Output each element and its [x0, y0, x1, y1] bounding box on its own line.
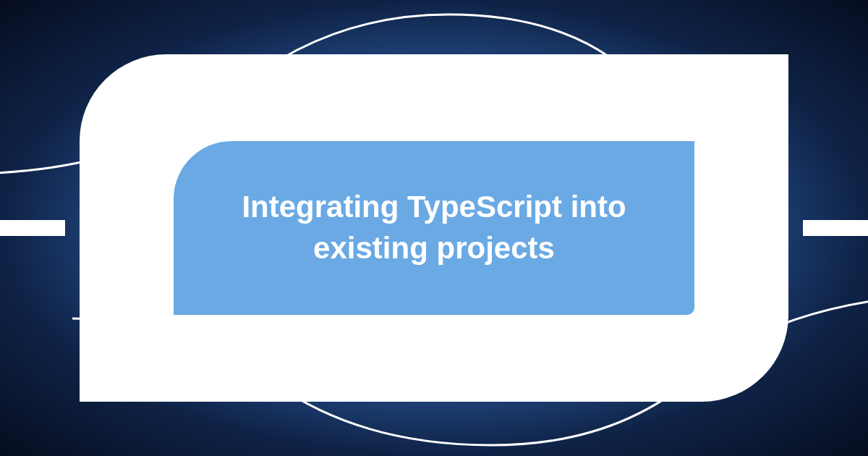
inner-card: Integrating TypeScript into existing pro… — [174, 141, 694, 315]
decorative-band-right — [803, 220, 868, 236]
page-title: Integrating TypeScript into existing pro… — [217, 187, 651, 269]
decorative-band-left — [0, 220, 65, 236]
